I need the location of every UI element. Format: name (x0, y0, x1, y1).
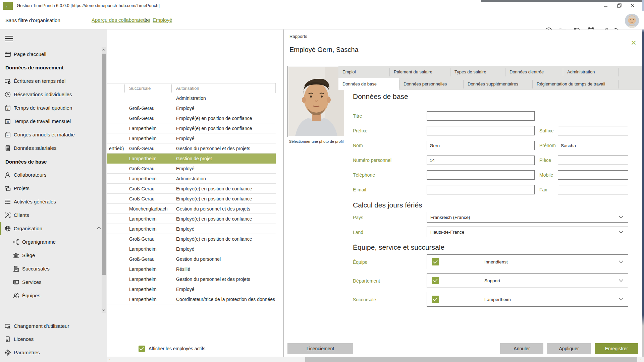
tab-reglementation-temps-travail[interactable]: Réglementation du temps de travail (533, 78, 618, 90)
table-row[interactable]: LampertheimEmployé (107, 224, 276, 234)
sidebar-item-siege[interactable]: Siège (0, 249, 107, 262)
tab-donnees-de-base[interactable]: Données de base (338, 78, 399, 90)
table-row[interactable]: Groß-GerauEmployé (107, 164, 276, 174)
panel-close-button[interactable]: ✕ (629, 38, 639, 48)
sidebar-item-changement-utilisateur[interactable]: Changement d'utilisateur (0, 319, 107, 333)
checkbox-checked-icon[interactable] (432, 277, 439, 284)
sidebar-item-equipes[interactable]: Équipes (0, 289, 107, 302)
chevron-down-icon (619, 298, 623, 301)
input-nom[interactable] (427, 141, 535, 150)
bank-icon (13, 252, 19, 259)
dropdown-departement[interactable]: Support (427, 273, 628, 288)
table-row[interactable]: MönchengladbachGestion du personnel et d… (107, 204, 276, 214)
cell-name-fragment (109, 113, 124, 123)
tab-types-salaire[interactable]: Types de salaire (450, 66, 505, 78)
cell-autorisation: Employé (176, 164, 275, 174)
input-mobile[interactable] (558, 170, 628, 180)
input-telephone[interactable] (427, 170, 535, 180)
dropdown-pays[interactable]: Frankreich (France) (427, 212, 628, 223)
user-avatar[interactable] (625, 14, 639, 28)
clock-icon (4, 91, 11, 98)
tab-donnees-supplementaires[interactable]: Données supplémentaires (464, 78, 532, 90)
input-prefixe[interactable] (427, 126, 535, 135)
scroll-left-arrow[interactable]: ‹ (107, 357, 113, 362)
breadcrumb-link-employe[interactable]: Employé (153, 17, 172, 23)
input-email[interactable] (427, 185, 535, 194)
tab-donnees-personnelles[interactable]: Données personnelles (399, 78, 463, 90)
input-titre[interactable] (427, 111, 535, 121)
table-row[interactable]: Groß-GerauEmployé(e) en position de conf… (107, 113, 276, 123)
sidebar-item-conges-maladie[interactable]: 365 Congés annuels et maladie (0, 128, 107, 141)
sidebar-item-licences[interactable]: Licences (0, 333, 107, 346)
cell-name-fragment (109, 214, 124, 224)
licenciement-button[interactable]: Licenciement (287, 343, 353, 354)
appliquer-button[interactable]: Appliquer (547, 343, 591, 354)
sidebar-item-organisation[interactable]: Organisation (0, 222, 107, 235)
input-piece[interactable] (558, 156, 628, 165)
sidebar-item-page-accueil[interactable]: Page d'accueil (0, 48, 107, 61)
sidebar-scrollbar-thumb[interactable] (102, 54, 106, 275)
sidebar-item-temps-mensuel[interactable]: 30 Temps de travail mensuel (0, 115, 107, 128)
table-row[interactable]: LampertheimEmployé (107, 133, 276, 143)
table-row[interactable]: Groß-GerauGestion du personnel (107, 254, 276, 264)
table-row[interactable]: Groß-GerauEmployé(e) en position de conf… (107, 234, 276, 244)
table-row[interactable]: LampertheimAdministration (107, 174, 276, 184)
table-row[interactable]: LampertheimEmployé(e) en position de con… (107, 214, 276, 224)
table-row[interactable]: LampertheimGestion du personnel et des p… (107, 274, 276, 284)
profile-photo[interactable] (287, 66, 345, 137)
sidebar-item-collaborateurs[interactable]: Collaborateurs (0, 168, 107, 182)
sidebar-item-succursales[interactable]: Succursales (0, 262, 107, 276)
select-photo-link[interactable]: Sélectionner une photo de profil (287, 139, 345, 143)
tab-administration[interactable]: Administration (563, 66, 618, 78)
sidebar-item-parametres[interactable]: Paramètres (0, 346, 107, 359)
column-header-autorisation[interactable]: Autorisation (176, 83, 199, 94)
checkbox-checked-icon[interactable] (432, 296, 439, 303)
sidebar-scroll-down-arrow[interactable] (102, 308, 106, 312)
input-numero-personnel[interactable] (427, 156, 535, 165)
sidebar-item-projets[interactable]: Projets (0, 182, 107, 195)
tab-strip: Emploi Paiement du salaire Types de sala… (338, 66, 642, 90)
table-row[interactable]: Groß-GerauEmployé(e) en position de conf… (107, 184, 276, 194)
tab-donnees-entree[interactable]: Données d'entrée (505, 66, 563, 78)
table-row[interactable]: Administration (107, 93, 276, 103)
tab-paiement-salaire[interactable]: Paiement du salaire (390, 66, 450, 78)
enregistrer-button[interactable]: Enregistrer (595, 343, 638, 354)
sidebar-item-activites-generales[interactable]: Activités générales (0, 195, 107, 208)
tab-emploi[interactable]: Emploi (338, 66, 389, 78)
dropdown-land[interactable]: Hauts-de-France (427, 227, 628, 237)
input-prenom[interactable] (558, 141, 628, 150)
table-row[interactable]: Groß-GerauEmployé (107, 103, 276, 113)
checkbox-afficher-employes-actifs[interactable]: Afficher les employés actifs (139, 345, 205, 352)
back-button[interactable]: ← (3, 2, 13, 10)
sidebar-item-clients[interactable]: Clients (0, 208, 107, 222)
input-suffixe[interactable] (558, 126, 628, 135)
hamburger-menu-button[interactable] (3, 32, 16, 43)
table-row[interactable]: LampertheimRésilié (107, 264, 276, 274)
scroll-right-arrow[interactable]: › (638, 357, 643, 362)
sidebar-item-ecritures-temps-reel[interactable]: Écritures en temps réel (0, 74, 107, 88)
sidebar-item-temps-quotidien[interactable]: 1 Temps de travail quotidien (0, 101, 107, 115)
table-row[interactable]: ertrieb)Groß-GerauGestion du personnel e… (107, 143, 276, 154)
checkbox-checked-icon[interactable] (432, 258, 439, 265)
table-row[interactable]: LampertheimGestion de projet (107, 154, 276, 164)
panel-header-rapports[interactable]: Rapports (289, 34, 307, 39)
table-row[interactable]: Groß-GerauEmployé(e) en position de conf… (107, 194, 276, 204)
column-header-succursale[interactable]: Succursale (129, 83, 151, 94)
dropdown-succursale[interactable]: Lampertheim (427, 292, 628, 307)
organisation-filter-label[interactable]: Sans filtre d'organisation (5, 11, 60, 29)
table-row[interactable]: LampertheimEmployé(e) en position de con… (107, 123, 276, 133)
table-row[interactable]: LampertheimEmployé (107, 244, 276, 254)
annuler-button[interactable]: Annuler (500, 343, 543, 354)
sidebar-item-reservations[interactable]: Réservations individuelles (0, 88, 107, 101)
input-fax[interactable] (558, 185, 628, 194)
sidebar-item-services[interactable]: Services (0, 276, 107, 289)
dropdown-equipe[interactable]: Innendienst (427, 254, 628, 269)
horizontal-scrollbar-thumb[interactable] (305, 357, 637, 362)
breadcrumb-link-collaborateurs[interactable]: Aperçu des collaborateurs (92, 17, 150, 23)
sidebar-item-donnees-salariales[interactable]: Données salariales (0, 141, 107, 155)
horizontal-scrollbar[interactable]: ‹ › (107, 357, 644, 362)
sidebar-item-organigramme[interactable]: Organigramme (0, 235, 107, 249)
table-row[interactable]: LampertheimEmployé (107, 284, 276, 294)
table-row[interactable]: LampertheimCoordinateur/trice de la prot… (107, 294, 276, 304)
sidebar-scroll-up-arrow[interactable] (102, 48, 106, 52)
